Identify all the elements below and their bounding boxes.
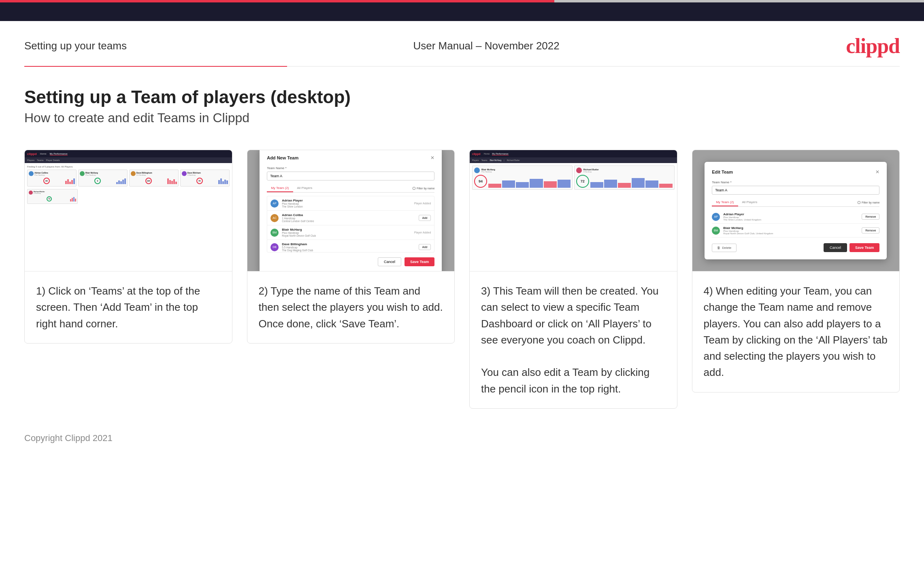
trash-icon: 🗑 [717,246,720,250]
clippd-logo: clippd [846,34,900,58]
remove-player-1-button[interactable]: Remove [862,214,879,220]
modal-player-row: AP Adrian Player Plus HandicapThe Shire … [267,196,434,211]
header-center-text: User Manual – November 2022 [413,40,559,52]
copyright-text: Copyright Clippd 2021 [24,433,113,443]
player-info-3: Blair McHarg Plus HandicapRoyal North De… [282,228,411,237]
card-4-screenshot: Edit Team ✕ Team Name * My Team (2) All … [692,150,900,272]
player-avatar-4: DB [270,243,279,251]
card-1-screenshot: clippd Home My Performance Players Teams… [25,150,232,272]
edit-avatar-2: BM [712,227,720,235]
top-bar [0,0,924,21]
modal-add-player-list: AP Adrian Player Plus HandicapThe Shire … [267,196,434,252]
modal-player-row: AC Adrian Coliba 1 HandicapCentral Londo… [267,211,434,225]
header-left-text: Setting up your teams [24,40,127,52]
page-subtitle: How to create and edit Teams in Clippd [24,110,900,125]
top-bar-stripe [0,0,924,2]
modal-edit-close-icon[interactable]: ✕ [875,169,879,175]
modal-add-tabs: My Team (2) All Players Filter by name [267,185,434,193]
modal-player-row: DB Dave Billingham 5.5 HandicapThe Dog M… [267,240,434,252]
modal-add-footer: Cancel Save Team [267,257,434,266]
footer: Copyright Clippd 2021 [0,425,924,452]
card-4: Edit Team ✕ Team Name * My Team (2) All … [692,150,900,392]
player-avatar-1: AP [270,199,279,208]
card-3-screenshot: clippd Home My Performance Players Teams… [470,150,677,272]
modal-edit-field-label: Team Name * [712,180,879,184]
player-info-2: Adrian Coliba 1 HandicapCentral London G… [282,213,415,223]
card-1-text: 1) Click on ‘Teams’ at the top of the sc… [25,272,232,343]
modal-add-field-label: Team Name * [267,166,434,170]
player-avatar-2: AC [270,214,279,222]
modal-save-team-button[interactable]: Save Team [405,257,434,266]
modal-add-close-icon[interactable]: ✕ [430,155,434,161]
tab-all-players[interactable]: All Players [293,185,317,192]
player-status-3: Player Added [414,231,431,234]
tab-edit-my-team[interactable]: My Team (2) [712,199,738,206]
edit-player-info-2: Blair McHarg Plus HandicapRoyal North De… [723,226,858,235]
edit-player-info-1: Adrian Player Plus HandicapThe Shire Lon… [723,212,858,221]
card-4-text: 4) When editing your Team, you can chang… [692,272,900,392]
edit-modal-footer: 🗑 Delete Cancel Save Team [712,243,879,252]
cards-row: clippd Home My Performance Players Teams… [24,150,900,409]
edit-player-row-1: AP Adrian Player Plus HandicapThe Shire … [712,210,879,224]
card-1: clippd Home My Performance Players Teams… [24,150,232,344]
header: Setting up your teams User Manual – Nove… [0,21,924,66]
modal-add-title: Add New Team [267,155,298,160]
edit-player-row-2: BM Blair McHarg Plus HandicapRoyal North… [712,224,879,238]
card-3-text: 3) This Team will then be created. You c… [470,272,677,408]
edit-player-list: AP Adrian Player Plus HandicapThe Shire … [712,210,879,238]
player-add-btn-4[interactable]: Add [419,244,431,250]
card-3-text-2: You can also edit a Team by clicking the… [481,366,649,395]
tab-my-team[interactable]: My Team (2) [267,185,293,192]
page-title: Setting up a Team of players (desktop) [24,87,900,107]
player-avatar-3: BM [270,229,279,237]
tab-edit-all-players[interactable]: All Players [738,199,762,206]
card-2: Add New Team ✕ Team Name * My Team (2) A… [247,150,455,344]
remove-player-2-button[interactable]: Remove [862,227,879,233]
card-2-text: 2) Type the name of this Team and then s… [247,272,455,343]
player-add-btn-2[interactable]: Add [419,215,431,221]
player-info-1: Adrian Player Plus HandicapThe Shire Lon… [282,199,411,208]
modal-add-team-name-input[interactable] [267,172,434,180]
edit-avatar-1: AP [712,213,720,221]
modal-edit-team-name-input[interactable] [712,186,879,195]
save-team-button[interactable]: Save Team [849,243,879,252]
modal-edit-tabs: My Team (2) All Players Filter by name [712,199,879,207]
card-3-text-1: 3) This Team will then be created. You c… [481,285,658,346]
modal-player-row: BM Blair McHarg Plus HandicapRoyal North… [267,225,434,240]
card-3: clippd Home My Performance Players Teams… [469,150,677,409]
modal-cancel-button[interactable]: Cancel [378,257,401,266]
filter-by-name[interactable]: Filter by name [413,185,434,192]
player-status-1: Player Added [414,202,431,205]
edit-filter-by-name[interactable]: Filter by name [858,199,879,206]
delete-team-button[interactable]: 🗑 Delete [712,244,737,252]
player-info-4: Dave Billingham 5.5 HandicapThe Dog Magi… [282,242,415,252]
edit-right-buttons: Cancel Save Team [824,243,879,252]
modal-edit-title: Edit Team [712,170,733,174]
edit-cancel-button[interactable]: Cancel [824,243,847,252]
card-2-screenshot: Add New Team ✕ Team Name * My Team (2) A… [247,150,455,272]
main-content: Setting up a Team of players (desktop) H… [0,67,924,425]
